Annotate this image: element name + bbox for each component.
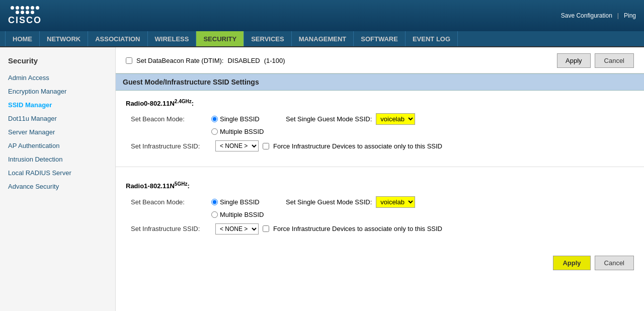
radio1-multiple-bssid-label: Multiple BSSID [220, 211, 264, 218]
radio1-label-text: Radio1-802.11N [126, 183, 175, 190]
section-header: Guest Mode/Infrastructure SSID Settings [116, 73, 644, 91]
cisco-dot [21, 11, 24, 14]
nav-security[interactable]: SECURITY [196, 31, 244, 46]
nav-association[interactable]: ASSOCIATION [88, 31, 147, 46]
dtim-value: DISABLED [227, 57, 260, 64]
radio0-label: Radio0-802.11N2.4GHz: [126, 99, 634, 107]
radio1-guest-ssid-select[interactable]: voicelab [376, 196, 415, 208]
radio0-infra-row: Set Infrastructure SSID: < NONE > Force … [126, 140, 634, 151]
cisco-dot [21, 6, 24, 10]
dtim-range: (1-100) [264, 57, 285, 64]
cisco-dot [26, 11, 29, 14]
radio0-suffix: : [192, 100, 194, 107]
cisco-brand-name: CISCO [8, 15, 42, 26]
nav-wireless[interactable]: WIRELESS [148, 31, 197, 46]
cisco-logo: CISCO [8, 6, 42, 26]
cisco-dot [26, 6, 29, 10]
radio0-infra-label: Set Infrastructure SSID: [131, 142, 211, 150]
cancel-button-top[interactable]: Cancel [595, 53, 634, 68]
dtim-label: Set DataBeacon Rate (DTIM): [136, 57, 223, 64]
sidebar-title: Security [0, 52, 115, 71]
radio1-multiple-bssid-radio[interactable] [211, 211, 218, 218]
nav-software[interactable]: SOFTWARE [354, 31, 406, 46]
nav-event-log[interactable]: EVENT LOG [406, 31, 458, 46]
beacon-row: Set DataBeacon Rate (DTIM): DISABLED (1-… [126, 57, 285, 64]
apply-button-bottom[interactable]: Apply [553, 256, 590, 270]
separator: | [617, 12, 619, 19]
save-config-link[interactable]: Save Configuration [561, 12, 612, 19]
radio0-force-label: Force Infrastructure Devices to associat… [273, 142, 442, 150]
sidebar: Security Admin Access Encryption Manager… [0, 47, 116, 311]
radio1-beacon-label: Set Beacon Mode: [131, 198, 211, 206]
radio0-guest-mode-label: Set Single Guest Mode SSID: [286, 115, 372, 123]
apply-button-top[interactable]: Apply [557, 53, 591, 68]
radio1-suffix: : [187, 183, 189, 190]
cisco-dot [16, 11, 19, 14]
cisco-dot [16, 6, 19, 10]
radio0-force-checkbox[interactable] [263, 143, 269, 149]
sidebar-item-admin-access[interactable]: Admin Access [0, 71, 115, 85]
top-bar-right: Save Configuration | Ping [561, 12, 636, 19]
radio0-multiple-bssid-row: Multiple BSSID [126, 128, 634, 135]
content-area: Set DataBeacon Rate (DTIM): DISABLED (1-… [116, 47, 644, 311]
cancel-button-bottom[interactable]: Cancel [595, 256, 634, 270]
radio1-infra-label: Set Infrastructure SSID: [131, 225, 211, 232]
main-layout: Security Admin Access Encryption Manager… [0, 47, 644, 311]
sidebar-item-advance-security[interactable]: Advance Security [0, 180, 115, 193]
sidebar-item-server-manager[interactable]: Server Manager [0, 125, 115, 139]
radio0-infra-select[interactable]: < NONE > [215, 140, 259, 151]
sidebar-item-encryption-manager[interactable]: Encryption Manager [0, 85, 115, 98]
sidebar-item-dot11u-manager[interactable]: Dot11u Manager [0, 112, 115, 125]
radio0-beacon-label: Set Beacon Mode: [131, 115, 211, 123]
cisco-dot [31, 6, 34, 10]
radio1-guest-mode-label: Set Single Guest Mode SSID: [286, 198, 372, 206]
nav-home[interactable]: HOME [5, 31, 40, 46]
cisco-dot [11, 6, 14, 10]
radio1-force-checkbox[interactable] [263, 225, 269, 232]
radio0-superscript: 2.4GHz [175, 99, 192, 104]
radio1-infra-select[interactable]: < NONE > [215, 223, 259, 235]
sidebar-item-intrusion-detection[interactable]: Intrusion Detection [0, 152, 115, 166]
radio0-label-text: Radio0-802.11N [126, 100, 175, 107]
radio0-guest-ssid-select[interactable]: voicelab [376, 113, 415, 125]
radio1-force-label: Force Infrastructure Devices to associat… [273, 225, 442, 232]
cisco-dot [31, 11, 34, 14]
cisco-dots [11, 6, 39, 10]
radio1-beacon-row: Set Beacon Mode: Single BSSID Set Single… [126, 196, 634, 208]
radio0-single-bssid-option[interactable]: Single BSSID [211, 115, 282, 123]
beacon-section: Set DataBeacon Rate (DTIM): DISABLED (1-… [116, 47, 644, 73]
sidebar-item-ssid-manager[interactable]: SSID Manager [0, 98, 115, 112]
radio0-multiple-bssid-label: Multiple BSSID [220, 128, 264, 135]
radio1-multiple-bssid-option[interactable]: Multiple BSSID [211, 211, 282, 218]
cisco-dots-2 [16, 11, 34, 14]
cisco-dot [36, 6, 39, 10]
radio1-multiple-bssid-row: Multiple BSSID [126, 211, 634, 218]
radio0-single-bssid-label: Single BSSID [220, 115, 260, 123]
radio0-single-bssid-radio[interactable] [211, 116, 218, 122]
sidebar-item-local-radius[interactable]: Local RADIUS Server [0, 166, 115, 180]
nav-management[interactable]: MANAGEMENT [292, 31, 354, 46]
dtim-checkbox[interactable] [126, 57, 132, 64]
radio1-superscript: 5GHz [175, 181, 188, 187]
nav-network[interactable]: NETWORK [40, 31, 88, 46]
radio1-single-bssid-label: Single BSSID [220, 198, 260, 206]
radio0-section: Radio0-802.11N2.4GHz: Set Beacon Mode: S… [116, 91, 644, 165]
sidebar-item-ap-authentication[interactable]: AP Authentication [0, 139, 115, 152]
radio0-multiple-bssid-option[interactable]: Multiple BSSID [211, 128, 282, 135]
radio1-single-bssid-radio[interactable] [211, 199, 218, 205]
radio1-label: Radio1-802.11N5GHz: [126, 181, 634, 190]
radio0-beacon-controls: Single BSSID Set Single Guest Mode SSID:… [211, 113, 415, 125]
top-bar: CISCO Save Configuration | Ping [0, 0, 644, 31]
radio1-section: Radio1-802.11N5GHz: Set Beacon Mode: Sin… [116, 173, 644, 247]
top-buttons: Apply Cancel [557, 53, 634, 68]
nav-services[interactable]: SERVICES [244, 31, 292, 46]
nav-bar: HOME NETWORK ASSOCIATION WIRELESS SECURI… [0, 31, 644, 47]
radio1-beacon-controls: Single BSSID Set Single Guest Mode SSID:… [211, 196, 415, 208]
radio1-single-bssid-option[interactable]: Single BSSID [211, 198, 282, 206]
radio1-infra-row: Set Infrastructure SSID: < NONE > Force … [126, 223, 634, 235]
radio0-multiple-bssid-radio[interactable] [211, 128, 218, 135]
ping-link[interactable]: Ping [624, 12, 636, 19]
radio0-beacon-row: Set Beacon Mode: Single BSSID Set Single… [126, 113, 634, 125]
bottom-buttons: Apply Cancel [116, 248, 644, 278]
